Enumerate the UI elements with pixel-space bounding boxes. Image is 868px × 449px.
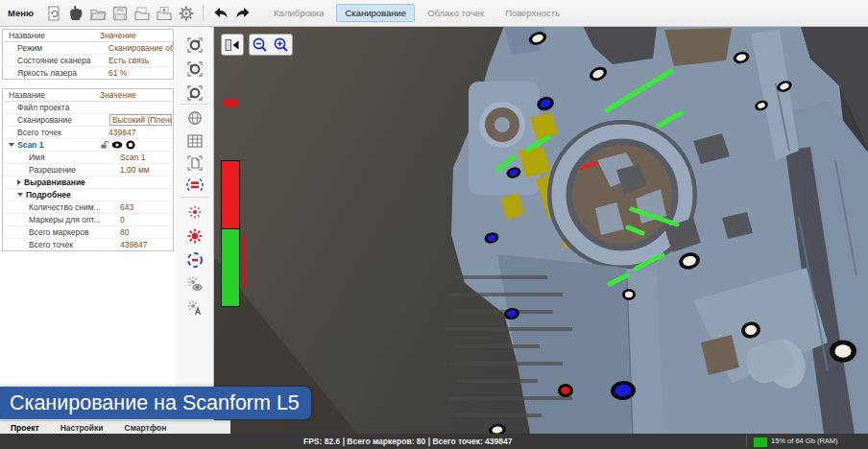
redo-icon: [233, 4, 253, 23]
orbit-mode-button[interactable]: [183, 34, 205, 56]
table-row[interactable]: Состояние сканера Есть связь: [3, 55, 173, 67]
laser-area-icon: [184, 175, 205, 196]
undo-icon: [211, 4, 230, 23]
table-row[interactable]: Всего точек 439847: [3, 239, 173, 250]
import-icon: [133, 4, 152, 23]
markers-labels-icon: [184, 297, 205, 319]
table-row[interactable]: Яркость лазера 61 %: [3, 67, 173, 79]
laser-point-large-button[interactable]: [183, 224, 205, 247]
orbit-mode-icon: [184, 35, 205, 56]
settings-button[interactable]: [176, 3, 196, 23]
table-row[interactable]: Всего маркеров 80: [3, 226, 173, 239]
zoom-out-button[interactable]: [250, 35, 271, 55]
table-row[interactable]: Файл проекта: [3, 102, 173, 114]
table-header: Название Значение: [3, 30, 173, 42]
tab-project[interactable]: Проект: [0, 421, 50, 435]
lock-open-icon[interactable]: [100, 140, 108, 150]
viewport-mini-toolbar: [221, 34, 293, 56]
main-toolbar: Меню: [0, 0, 868, 27]
gauge-green-zone: [222, 229, 239, 306]
table-row[interactable]: Маркеры для опт... 0: [3, 214, 173, 226]
open-folder-icon: [88, 4, 108, 23]
zoom-in-icon: [273, 36, 290, 54]
save-icon: [110, 4, 130, 23]
status-separator: [746, 436, 747, 447]
grid-button[interactable]: [183, 130, 205, 152]
scan-range-icon: [184, 249, 205, 271]
column-name: Название: [3, 89, 100, 102]
new-project-button[interactable]: [43, 3, 63, 23]
tab-surface[interactable]: Поверхность: [496, 4, 568, 22]
grid-icon: [184, 130, 205, 152]
group-row-details[interactable]: Подробнее: [3, 189, 173, 201]
chevron-right-icon[interactable]: [17, 179, 21, 185]
markers-labels-button[interactable]: [183, 296, 205, 319]
undo-button[interactable]: [210, 3, 230, 23]
table-row[interactable]: Сканирование Высокий (Пленка) 6.0...: [3, 114, 173, 127]
redo-button[interactable]: [232, 3, 253, 23]
fit-selection-icon: [184, 153, 205, 174]
hand-tool-icon: [66, 4, 85, 23]
ram-usage-text: 15% of 64 Gb (RAM): [771, 434, 838, 449]
settings-gear-icon: [177, 4, 196, 23]
collapse-panel-button[interactable]: [221, 34, 244, 56]
status-bar: FPS: 82.6 | Всего маркеров: 80 | Всего т…: [0, 434, 868, 449]
scan-range-button[interactable]: [183, 248, 205, 271]
table-row[interactable]: Режим Сканирование облак...: [3, 42, 173, 55]
import-button[interactable]: [132, 3, 152, 23]
chevron-down-icon[interactable]: [9, 143, 14, 147]
export-icon: [155, 4, 174, 23]
laser-area-button[interactable]: [183, 174, 205, 196]
zoom-out-icon: [252, 36, 269, 54]
bottom-tab-bar: Проект Настройки Смартфон: [0, 420, 230, 435]
column-name: Название: [3, 30, 100, 42]
globe-button[interactable]: [183, 106, 205, 129]
view-tools-strip: [176, 26, 214, 420]
new-project-icon: [44, 4, 63, 23]
scan-quality-dropdown[interactable]: Высокий (Пленка) 6.0...: [109, 114, 172, 126]
target-circle-icon[interactable]: [126, 140, 135, 150]
save-button[interactable]: [109, 3, 130, 23]
laser-point-small-button[interactable]: [183, 201, 205, 223]
fit-selection-button[interactable]: [183, 152, 205, 174]
tab-scanning[interactable]: Сканирование: [336, 4, 415, 22]
chevron-down-icon[interactable]: [17, 193, 23, 197]
table-header: Название Значение: [3, 89, 173, 102]
tab-settings[interactable]: Настройки: [50, 421, 114, 435]
status-stats-text: FPS: 82.6 | Всего маркеров: 80 | Всего т…: [303, 434, 512, 449]
export-button[interactable]: [154, 3, 174, 23]
viewport-3d-scene[interactable]: [213, 26, 868, 434]
strip-separator: [181, 104, 208, 105]
project-table: Название Значение Файл проекта Сканирова…: [2, 88, 174, 251]
markers-visibility-button[interactable]: [183, 272, 205, 295]
visibility-eye-icon[interactable]: [111, 140, 123, 150]
tab-calibration[interactable]: Калибровка: [265, 4, 332, 22]
table-row[interactable]: Имя Scan 1: [3, 152, 173, 164]
viewport-3d[interactable]: [213, 26, 868, 434]
scan-quality-gauge: [221, 160, 240, 307]
table-row[interactable]: Всего точек 439847: [3, 127, 173, 139]
group-row-alignment[interactable]: Выравнивание: [3, 177, 173, 189]
hand-tool-button[interactable]: [65, 3, 85, 23]
zoom-buttons-group: [249, 34, 293, 56]
globe-icon: [184, 107, 205, 129]
markers-visibility-icon: [184, 273, 205, 295]
collapse-panel-icon: [224, 37, 241, 53]
strip-separator: [181, 197, 208, 198]
gauge-red-zone: [222, 161, 239, 229]
menu-button[interactable]: Меню: [0, 8, 42, 18]
open-folder-button[interactable]: [87, 3, 108, 23]
ram-usage-indicator: [753, 437, 768, 448]
caption-banner: Сканирование на Scanform L5: [0, 387, 311, 419]
tab-smartphone[interactable]: Смартфон: [114, 421, 178, 435]
laser-point-small-icon: [184, 201, 205, 223]
laser-status-indicator: [224, 100, 238, 106]
table-row[interactable]: Разрешение 1,00 мм: [3, 164, 173, 177]
scan-tree-item[interactable]: Scan 1: [3, 139, 173, 152]
table-row[interactable]: Количество сним... 643: [3, 201, 173, 214]
zoom-in-button[interactable]: [271, 35, 292, 55]
tab-point-cloud[interactable]: Облако точек: [419, 4, 493, 22]
pan-mode-button[interactable]: [183, 58, 205, 80]
rotate-mode-button[interactable]: [183, 82, 205, 104]
gauge-level-line: [243, 235, 246, 288]
